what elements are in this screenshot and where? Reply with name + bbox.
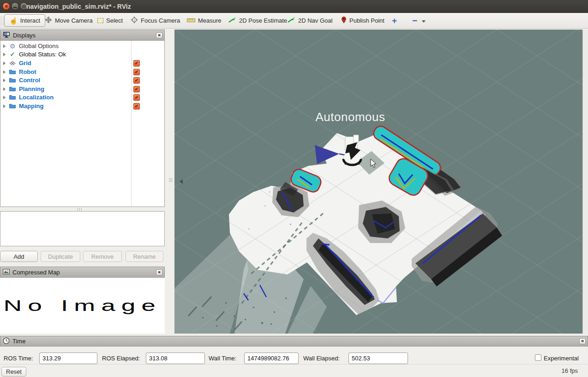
tree-item-mapping[interactable]: Mapping ✔ [0, 102, 164, 110]
tool-label: 2D Nav Goal [298, 17, 332, 24]
gear-icon: ⚙ [10, 43, 16, 49]
tool-focus-camera[interactable]: Focus Camera [131, 13, 180, 28]
control-enabled-checkbox[interactable]: ✔ [133, 77, 140, 84]
compressed-map-close-button[interactable]: ✖ [156, 269, 162, 275]
add-tool-button[interactable]: + [392, 13, 397, 28]
expand-arrow-icon[interactable] [3, 96, 6, 99]
expand-arrow-icon[interactable] [3, 44, 6, 48]
tool-measure[interactable]: Measure [187, 13, 222, 28]
time-panel-close-button[interactable]: ✖ [579, 338, 586, 344]
folder-icon [9, 103, 16, 109]
folder-icon [9, 86, 16, 91]
image-icon [3, 269, 10, 276]
ros-elapsed-field[interactable] [146, 353, 205, 364]
expand-arrow-icon[interactable] [3, 87, 6, 91]
add-display-button[interactable]: Add [0, 251, 38, 262]
displays-tree[interactable]: ⚙ Global Options ✓ Global Status: Ok Gri… [0, 41, 165, 207]
experimental-checkbox[interactable] [535, 354, 541, 361]
remove-display-button[interactable]: Remove [83, 251, 122, 262]
move-camera-icon [45, 16, 52, 25]
collapsed-side-panel[interactable] [582, 30, 588, 334]
title-bar[interactable]: ✕ navigation_public_sim.rviz* - RViz [0, 0, 588, 13]
robot-model[interactable] [343, 135, 361, 165]
expand-arrow-icon[interactable] [3, 61, 6, 65]
tool-label: Measure [198, 17, 222, 24]
window-title: navigation_public_sim.rviz* - RViz [26, 0, 131, 13]
tool-label: 2D Pose Estimate [239, 17, 287, 24]
tree-item-global-options[interactable]: ⚙ Global Options [0, 42, 164, 50]
window-close-button[interactable]: ✕ [2, 2, 10, 10]
focus-camera-icon [131, 16, 138, 25]
select-icon [97, 18, 103, 23]
toolbar-drag-handle[interactable] [1, 17, 4, 25]
rename-display-button[interactable]: Rename [126, 251, 163, 262]
tool-label: Select [106, 17, 123, 24]
robot-mode-annotation: Autonomous [316, 110, 385, 124]
toolbar: ☝ Interact Move Camera Select Focus Came… [0, 13, 588, 29]
tool-2d-nav-goal[interactable]: 2D Nav Goal [287, 13, 332, 28]
3d-viewport-canvas[interactable]: Autonomous [174, 30, 582, 334]
compressed-map-panel-header[interactable]: Compressed Map ✖ [0, 267, 165, 278]
chevron-down-icon[interactable] [422, 20, 426, 23]
tree-item-global-status[interactable]: ✓ Global Status: Ok [0, 50, 164, 59]
panel-splitter-handle[interactable] [78, 208, 82, 211]
grid-enabled-checkbox[interactable]: ✔ [133, 60, 140, 67]
compressed-map-body: No Image [0, 278, 165, 334]
expand-arrow-icon[interactable] [3, 53, 6, 56]
expand-arrow-icon[interactable] [3, 104, 6, 108]
tool-publish-point[interactable]: Publish Point [341, 13, 384, 28]
displays-close-button[interactable]: ✖ [156, 32, 162, 38]
mapping-enabled-checkbox[interactable]: ✔ [133, 103, 140, 109]
ros-time-label: ROS Time: [4, 353, 33, 364]
tree-item-localization[interactable]: Localization ✔ [0, 93, 164, 102]
time-panel-header[interactable]: Time ✖ [0, 336, 588, 347]
status-check-icon: ✓ [10, 51, 15, 57]
localization-enabled-checkbox[interactable]: ✔ [133, 94, 140, 101]
tool-move-camera[interactable]: Move Camera [45, 13, 93, 28]
pose-arrow-icon [228, 17, 236, 24]
wall-elapsed-label: Wall Elapsed: [303, 353, 340, 364]
remove-tool-button[interactable]: − [412, 13, 426, 28]
tool-select[interactable]: Select [97, 13, 123, 28]
tool-label: Focus Camera [141, 17, 180, 24]
displays-monitor-icon [3, 31, 10, 39]
publish-point-pin-icon [341, 16, 347, 25]
wall-time-field[interactable] [244, 353, 299, 364]
panel-title: Displays [13, 32, 36, 39]
duplicate-display-button[interactable]: Duplicate [41, 251, 80, 262]
display-description-box [0, 211, 165, 246]
folder-icon [9, 69, 16, 74]
interact-hand-icon: ☝ [9, 17, 18, 24]
expand-arrow-icon[interactable] [3, 79, 6, 82]
fps-counter: 16 fps [562, 367, 578, 374]
experimental-label: Experimental [544, 353, 579, 364]
folder-icon [9, 95, 16, 100]
ros-time-field[interactable] [39, 353, 97, 364]
tree-item-robot[interactable]: Robot ✔ [0, 67, 164, 76]
tree-item-grid[interactable]: Grid ✔ [0, 59, 164, 67]
render-viewport[interactable]: Autonomous [174, 30, 582, 334]
clock-icon [3, 337, 10, 346]
window-minimize-button[interactable] [11, 2, 19, 10]
time-panel-body: ROS Time: ROS Elapsed: Wall Time: Wall E… [0, 347, 588, 364]
panel-collapse-arrow-icon[interactable] [180, 179, 183, 184]
tool-label: Publish Point [349, 17, 384, 24]
panel-title: Compressed Map [12, 269, 60, 276]
planning-enabled-checkbox[interactable]: ✔ [133, 86, 140, 92]
plus-icon: + [392, 16, 397, 26]
nav-goal-arrow-icon [287, 17, 295, 24]
tool-2d-pose-estimate[interactable]: 2D Pose Estimate [228, 13, 287, 28]
minus-icon: − [412, 16, 417, 26]
robot-enabled-checkbox[interactable]: ✔ [133, 69, 140, 75]
grid-icon [9, 61, 16, 66]
tree-item-planning[interactable]: Planning ✔ [0, 85, 164, 93]
status-bar: Reset 16 fps [0, 364, 588, 377]
reset-button[interactable]: Reset [1, 367, 26, 377]
wall-elapsed-field[interactable] [348, 353, 408, 364]
tool-interact[interactable]: ☝ Interact [4, 14, 45, 27]
tree-item-control[interactable]: Control ✔ [0, 76, 164, 85]
displays-panel-header[interactable]: Displays ✖ [0, 30, 165, 41]
expand-arrow-icon[interactable] [3, 70, 6, 74]
viewport-splitter-handle[interactable] [169, 178, 173, 182]
tool-label: Move Camera [55, 17, 93, 24]
